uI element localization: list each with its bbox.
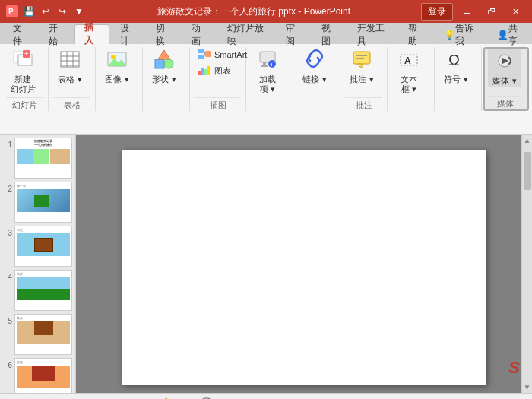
tab-help[interactable]: 帮助 (398, 24, 433, 44)
chart-label: 图表 (214, 65, 231, 77)
text-button[interactable]: A 文本框 ▾ (392, 47, 426, 96)
svg-rect-32 (353, 52, 370, 64)
group-text: A 文本框 ▾ (389, 47, 435, 111)
group-addin: + 加载项 ▾ (248, 47, 293, 111)
svg-text:P: P (8, 8, 14, 16)
group-symbol: Ω 符号 ▾ (436, 47, 482, 111)
slide-thumb-1[interactable]: 1 旅游散文记录一个人的旅行 (3, 138, 72, 179)
comment-icon (351, 49, 372, 73)
group-comment-items: 批注 ▾ (345, 47, 382, 96)
slide-thumb-5[interactable]: 5 美食 (3, 314, 72, 355)
slideshow-btn[interactable]: ▶ (416, 397, 425, 400)
normal-view-btn[interactable]: ▦ (377, 397, 388, 400)
image-button[interactable]: 图像 ▾ (100, 47, 134, 86)
tab-slideshow[interactable]: 幻灯片放映 (217, 24, 275, 44)
minimize-btn[interactable]: 🗕 (456, 4, 477, 19)
group-symbol-items: Ω 符号 ▾ (439, 47, 477, 107)
save-btn[interactable]: 💾 (21, 4, 36, 19)
wps-logo: S (508, 358, 520, 378)
group-link-label (298, 109, 335, 111)
group-media-label: 媒体 (488, 96, 523, 109)
group-link-items: 链接 ▾ (298, 47, 335, 107)
chart-icon (198, 65, 211, 77)
smartart-label: SmartArt (214, 50, 247, 59)
media-button[interactable]: 媒体 ▾ (488, 49, 521, 87)
smartart-button[interactable]: SmartArt (195, 47, 250, 62)
group-comment: 批注 ▾ 批注 (342, 47, 388, 111)
tab-animation[interactable]: 动画 (182, 24, 217, 44)
link-label: 链接 ▾ (302, 74, 326, 84)
addin-icon: + (257, 49, 278, 73)
group-text-items: A 文本框 ▾ (392, 47, 429, 107)
vertical-scrollbar[interactable]: ▲ ▼ (521, 135, 532, 393)
reading-view-btn[interactable]: 📖 (401, 397, 414, 400)
undo-btn[interactable]: ↩ (38, 4, 53, 19)
group-media-items: 媒体 ▾ (488, 49, 523, 94)
link-button[interactable]: 链接 ▾ (298, 47, 331, 86)
lightbulb-icon: 💡 (444, 30, 455, 40)
text-label: 文本框 ▾ (401, 74, 417, 94)
more-btn[interactable]: ▼ (71, 4, 87, 19)
symbol-button[interactable]: Ω 符号 ▾ (439, 47, 473, 86)
quick-access-toolbar: 💾 ↩ ↪ ▼ (21, 4, 87, 19)
group-shape: 形状 ▾ (144, 47, 190, 111)
group-comment-label: 批注 (345, 97, 382, 111)
new-slide-label: 新建幻灯片 (11, 74, 36, 94)
tab-view[interactable]: 视图 (312, 24, 347, 44)
tab-file[interactable]: 文件 (3, 24, 38, 44)
tab-transition[interactable]: 切换 (146, 24, 181, 44)
table-button[interactable]: 表格 ▾ (53, 47, 87, 86)
chart-button[interactable]: 图表 (195, 63, 250, 78)
group-text-label (392, 109, 429, 111)
ribbon-content: + 新建幻灯片 幻灯片 (0, 44, 532, 112)
shape-button[interactable]: 形状 ▾ (147, 47, 181, 86)
table-label: 表格 ▾ (58, 74, 81, 84)
svg-rect-6 (61, 52, 79, 67)
slide-image-1[interactable]: 旅游散文记录一个人的旅行 (14, 138, 72, 179)
tab-developer[interactable]: 开发工具 (347, 24, 397, 44)
tab-insert[interactable]: 插入 (74, 24, 109, 44)
comment-button[interactable]: 批注 ▾ (345, 47, 378, 86)
ribbon: 文件 开始 插入 设计 切换 动画 幻灯片放映 审阅 视图 开发工具 帮助 💡 … (0, 23, 532, 135)
slide-image-5[interactable]: 美食 (14, 314, 72, 355)
slide-image-4[interactable]: 风景 (14, 270, 72, 311)
group-illustrate-items: SmartArt 图表 (195, 47, 241, 96)
svg-rect-23 (198, 71, 201, 75)
tab-review[interactable]: 审阅 (276, 24, 311, 44)
redo-btn[interactable]: ↪ (55, 4, 70, 19)
slide-image-3[interactable]: 日记 (14, 226, 72, 267)
tab-tellme[interactable]: 💡 告诉我 (434, 24, 486, 44)
scroll-down-btn[interactable]: ▼ (524, 383, 531, 391)
svg-rect-18 (198, 49, 204, 53)
slide-sorter-btn[interactable]: ⊞ (389, 397, 399, 400)
slide-panel[interactable]: 1 旅游散文记录一个人的旅行 2 第一章 (0, 135, 76, 393)
slide-canvas (122, 150, 486, 385)
slide-thumb-2[interactable]: 2 第一章 (3, 182, 72, 223)
login-button[interactable]: 登录 (421, 3, 453, 21)
group-image-label (100, 109, 138, 111)
image-label: 图像 ▾ (105, 74, 128, 84)
slide-thumb-3[interactable]: 3 日记 (3, 226, 72, 267)
slide-thumb-6[interactable]: 6 总结 (3, 358, 72, 393)
maximize-btn[interactable]: 🗗 (480, 4, 502, 19)
slide-image-6[interactable]: 总结 (14, 358, 72, 393)
new-slide-button[interactable]: + 新建幻灯片 (6, 47, 40, 96)
ribbon-content-wrapper: + 新建幻灯片 幻灯片 (0, 44, 532, 134)
svg-rect-20 (205, 51, 211, 57)
group-table-items: 表格 ▾ (53, 47, 90, 96)
tab-start[interactable]: 开始 (39, 24, 74, 44)
link-icon (304, 49, 325, 73)
svg-text:+: + (270, 62, 274, 68)
addin-button[interactable]: + 加载项 ▾ (251, 47, 284, 96)
slide-image-2[interactable]: 第一章 (14, 182, 72, 223)
shape-icon (154, 49, 175, 73)
slide-thumb-4[interactable]: 4 风景 (3, 270, 72, 311)
app-icon: P (6, 5, 18, 17)
group-link: 链接 ▾ (295, 47, 340, 111)
scroll-up-btn[interactable]: ▲ (524, 136, 531, 144)
close-btn[interactable]: ✕ (505, 4, 526, 19)
tab-design[interactable]: 设计 (110, 24, 145, 44)
group-image-items: 图像 ▾ (100, 47, 138, 107)
tab-share[interactable]: 👤 共享 (487, 24, 532, 44)
scroll-thumb[interactable] (524, 152, 531, 190)
